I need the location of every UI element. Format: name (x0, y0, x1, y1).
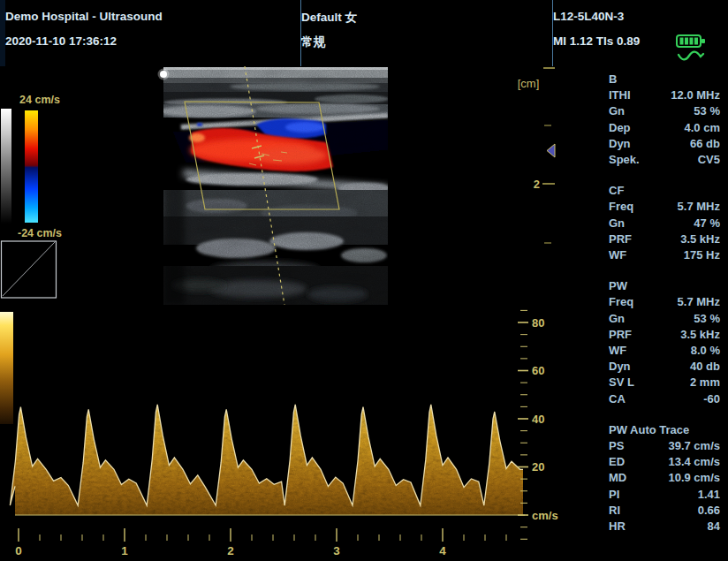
velocity-tick-label: 60 (532, 364, 544, 377)
acoustic-indices: MI 1.12 TIs 0.89 (553, 34, 640, 48)
velocity-axis-unit: cm/s (532, 509, 558, 522)
time-tick-label: 3 (333, 544, 340, 557)
depth-unit-label: [cm] (518, 77, 540, 90)
imaging-area: [cm] 2 24 cm/s -24 cm/s cm/s20406080 012… (0, 66, 728, 561)
ecg-wave-icon (679, 52, 703, 60)
orientation-marker-dot (158, 69, 170, 80)
bmode-image[interactable] (158, 66, 391, 305)
cf-scale-max-label: 24 cm/s (19, 94, 60, 106)
depth-tick-label: 2 (534, 178, 540, 191)
exam-preset: 常规 (301, 34, 325, 50)
battery-icon (677, 35, 705, 47)
cf-scale-min-label: -24 cm/s (18, 227, 62, 239)
probe-section: L12-5L40N-3 MI 1.12 TIs 0.89 (552, 0, 728, 66)
pw-color-bar (0, 312, 13, 424)
time-tick-label: 2 (227, 544, 234, 557)
spectral-waveform[interactable] (10, 393, 525, 517)
battery-status (675, 34, 709, 64)
patient-name: Default 女 (301, 10, 357, 26)
velocity-tick-label: 40 (532, 413, 544, 426)
hospital-section: Demo Hospital - Ultrasound 2020-11-10 17… (5, 0, 300, 66)
title-bar: Demo Hospital - Ultrasound 2020-11-10 17… (0, 0, 728, 66)
velocity-tick-label: 20 (532, 460, 544, 474)
grayscale-bar (1, 109, 11, 224)
post-curve-box (2, 241, 57, 298)
time-tick-label: 1 (121, 544, 128, 557)
time-axis: 01234 (15, 528, 506, 557)
cf-color-bar (25, 110, 38, 223)
datetime: 2020-11-10 17:36:12 (5, 34, 117, 48)
probe-model: L12-5L40N-3 (553, 10, 624, 23)
velocity-axis: cm/s20406080 (518, 310, 558, 539)
time-tick-label: 0 (15, 544, 22, 557)
focus-marker[interactable] (547, 144, 555, 157)
time-tick-label: 4 (439, 544, 446, 557)
velocity-tick-label: 80 (532, 316, 544, 330)
hospital-name: Demo Hospital - Ultrasound (5, 10, 163, 23)
patient-section[interactable]: Default 女 常规 (300, 0, 552, 66)
